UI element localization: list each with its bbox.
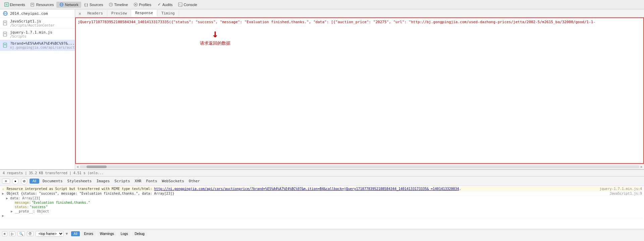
tabs-bar: ✕ Headers Preview Response Timing: [75, 9, 644, 17]
filter-documents[interactable]: Documents: [41, 179, 64, 184]
close-panel-icon[interactable]: ✕: [76, 11, 83, 16]
filter-scripts[interactable]: Scripts: [113, 179, 131, 184]
audits-label: Audits: [162, 3, 173, 7]
filter-clear-btn[interactable]: ⊘: [21, 178, 28, 185]
tab-timing[interactable]: Timing: [157, 10, 179, 16]
filter-all-btn[interactable]: All: [30, 179, 39, 184]
filter-list-icon[interactable]: ≡: [2, 179, 10, 184]
filter-all-status[interactable]: All: [71, 231, 79, 236]
profiles-button[interactable]: Profiles: [130, 2, 154, 8]
filter-bar: ≡ ● ⊘ All Documents Stylesheets Images S…: [0, 177, 644, 186]
bottom-status-bar: ≡ ▷ 🔍 ⏱ <top frame> ▼ All Errors Warning…: [0, 229, 644, 238]
obj-proto-expand[interactable]: ▶: [11, 209, 14, 213]
timeline-icon: [108, 2, 113, 7]
scrollbar-track[interactable]: [80, 165, 639, 168]
filter-errors-status[interactable]: Errors: [82, 231, 96, 236]
resources-label: Resources: [36, 3, 54, 7]
filter-debug-status[interactable]: Debug: [132, 231, 147, 236]
profiles-label: Profiles: [139, 3, 151, 7]
scroll-right-arrow[interactable]: ▶: [641, 165, 643, 168]
resources-button[interactable]: Resources: [28, 2, 57, 8]
sidebar-item-name-0: 2014.cheyipai.com: [10, 11, 48, 16]
filter-label: ▼: [66, 232, 68, 236]
sidebar-item-path-3: nj.gongpingjia.com/api/cars/auctionpric: [10, 46, 75, 49]
content-area: ✕ Headers Preview Response Timing jQuery…: [75, 9, 644, 169]
annotation: ↓ 请求返回的数据: [200, 28, 230, 46]
obj-source[interactable]: JavaScript1.js:9: [610, 192, 642, 195]
sidebar-item-0[interactable]: 2014.cheyipai.com: [0, 9, 75, 18]
sidebar-item-icon-0: [3, 11, 8, 16]
obj-status-key: status:: [15, 205, 29, 209]
object-log-text: Object {status: "success", message: "Eva…: [7, 192, 608, 195]
obj-proto-label: __proto__: Object: [15, 209, 49, 213]
resources-icon: [31, 2, 35, 7]
network-button[interactable]: Network: [56, 2, 81, 8]
console-button[interactable]: >_ Console: [175, 2, 200, 8]
scrollbar-thumb[interactable]: [87, 165, 107, 168]
object-tree: ▶ data: Array[23] message: "Evaluation f…: [1, 196, 643, 213]
console-search-btn[interactable]: 🔍: [17, 231, 25, 236]
audits-button[interactable]: ✓ Audits: [154, 2, 175, 8]
warning-expand-icon[interactable]: ⚠: [2, 187, 5, 191]
sidebar-item-icon-1: [3, 20, 8, 26]
sources-button[interactable]: { } Sources: [81, 2, 106, 8]
filter-fonts[interactable]: Fonts: [145, 179, 158, 184]
toolbar: Elements Resources Network { } Sources T…: [0, 0, 644, 9]
filter-websockets[interactable]: WebSockets: [161, 179, 185, 184]
empty-expand-line: ▶: [1, 213, 643, 218]
object-log-line: ▶ Object {status: "success", message: "E…: [1, 191, 643, 196]
scroll-left-arrow[interactable]: ◀: [76, 165, 78, 168]
main-layout: 2014.cheyipai.com JavaScript1.js /Script…: [0, 9, 644, 170]
filter-stylesheets[interactable]: Stylesheets: [66, 179, 93, 184]
sidebar-item-2[interactable]: jquery-1.7.1.min.js /Scripts: [0, 29, 75, 40]
warning-source[interactable]: jquery-1.7.1.min.js:4: [600, 187, 642, 191]
elements-label: Elements: [10, 3, 25, 7]
sources-icon: { }: [84, 2, 89, 7]
sidebar-item-1[interactable]: JavaScript1.js /Scripts/AuctionCenter: [0, 18, 75, 29]
bottom-panel: ≡ ● ⊘ All Documents Stylesheets Images S…: [0, 176, 644, 238]
console-clock-btn[interactable]: ⏱: [27, 231, 34, 236]
obj-message-line: message: "Evaluation finished,thanks.": [6, 200, 643, 205]
console-eval-btn[interactable]: ▷: [9, 231, 15, 236]
sidebar-item-path-2: /Scripts: [10, 35, 52, 38]
scrollbar-area[interactable]: ◀ ▶: [75, 164, 644, 169]
filter-warnings-status[interactable]: Warnings: [98, 231, 116, 236]
root-expand-icon[interactable]: ▶: [2, 214, 5, 218]
sidebar-item-text-3: ?brand=%E5%A4%A7%E4%BC%97&... nj.gongpin…: [10, 41, 75, 49]
console-icon: >_: [178, 2, 183, 7]
obj-data-expand[interactable]: ▶: [6, 196, 9, 200]
elements-icon: [4, 2, 9, 7]
sidebar-item-name-3: ?brand=%E5%A4%A7%E4%BC%97&...: [10, 41, 75, 46]
filter-other[interactable]: Other: [187, 179, 201, 184]
filter-images[interactable]: Images: [95, 179, 111, 184]
console-list-icon[interactable]: ≡: [2, 231, 7, 236]
sidebar-item-3[interactable]: ?brand=%E5%A4%A7%E4%BC%97&... nj.gongpin…: [0, 40, 75, 51]
console-log: ⚠ Resource interpreted as Script but tra…: [0, 186, 644, 229]
sidebar: 2014.cheyipai.com JavaScript1.js /Script…: [0, 9, 75, 169]
obj-message-val: "Evaluation finished,thanks.": [32, 201, 90, 204]
tab-headers[interactable]: Headers: [83, 10, 107, 16]
response-text: jQuery17107783952108584344_1401413317333…: [78, 19, 641, 25]
sidebar-item-text-0: 2014.cheyipai.com: [10, 11, 48, 16]
annotation-arrow: ↓: [212, 28, 218, 39]
elements-button[interactable]: Elements: [1, 2, 28, 8]
tab-preview[interactable]: Preview: [107, 10, 131, 16]
svg-text:>_: >_: [179, 3, 182, 6]
svg-point-12: [135, 4, 136, 5]
response-content[interactable]: jQuery17107783952108584344_1401413317333…: [75, 17, 644, 164]
filter-record-btn[interactable]: ●: [12, 178, 19, 185]
sidebar-item-icon-3: [3, 43, 8, 48]
obj-expand-icon[interactable]: ▶: [2, 192, 5, 195]
warning-link[interactable]: http://ni.gongpingjia.com/api/cars/aucti…: [154, 187, 459, 191]
filter-xhr[interactable]: XHR: [133, 179, 143, 184]
tab-response[interactable]: Response: [131, 10, 157, 17]
sources-label: Sources: [90, 3, 103, 7]
svg-rect-1: [6, 4, 7, 5]
warning-log-text: Resource interpreted as Script but trans…: [7, 187, 598, 191]
status-text: 4 requests | 35.2 KB transferred | 4.51 …: [3, 171, 104, 175]
filter-logs-status[interactable]: Logs: [118, 231, 130, 236]
frame-selector[interactable]: <top frame>: [36, 231, 64, 237]
sidebar-item-name-1: JavaScript1.js: [10, 19, 54, 23]
network-label: Network: [65, 3, 78, 7]
timeline-button[interactable]: Timeline: [106, 2, 130, 8]
